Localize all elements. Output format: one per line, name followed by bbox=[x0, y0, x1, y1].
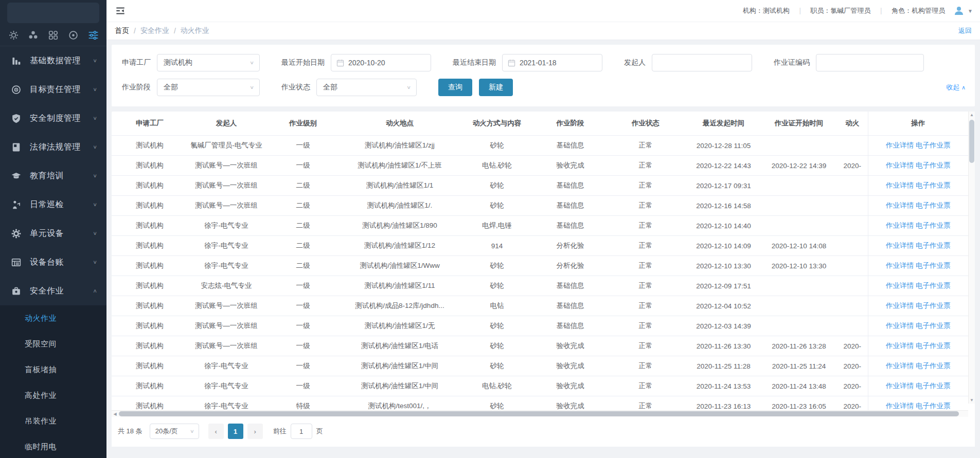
job-detail-link[interactable]: 作业详情 bbox=[886, 242, 914, 249]
sidebar-item-label: 法律法规管理 bbox=[30, 142, 93, 153]
e-ticket-link[interactable]: 电子作业票 bbox=[916, 181, 951, 189]
e-ticket-link[interactable]: 电子作业票 bbox=[916, 262, 951, 269]
sidebar-subitem[interactable]: 受限空间 bbox=[0, 331, 106, 357]
fan-icon[interactable] bbox=[27, 29, 40, 41]
collapse-filters-link[interactable]: 收起 ∧ bbox=[946, 83, 966, 92]
column-header: 动火方式与内容 bbox=[458, 112, 536, 136]
sidebar-item[interactable]: 目标责任管理 ∨ bbox=[0, 75, 106, 104]
e-ticket-link[interactable]: 电子作业票 bbox=[916, 342, 951, 350]
vertical-scrollbar[interactable]: ▲ ▼ bbox=[968, 112, 975, 404]
job-detail-link[interactable]: 作业详情 bbox=[886, 322, 914, 329]
sidebar-item[interactable]: 安全制度管理 ∨ bbox=[0, 104, 106, 133]
sidebar-item[interactable]: 法律法规管理 ∨ bbox=[0, 133, 106, 161]
sidebar-subitem[interactable]: 高处作业 bbox=[0, 382, 106, 408]
e-ticket-link[interactable]: 电子作业票 bbox=[916, 402, 951, 410]
create-button[interactable]: 新建 bbox=[479, 79, 513, 96]
scroll-left-icon[interactable]: ◀ bbox=[112, 412, 118, 416]
sidebar-item[interactable]: 基础数据管理 ∨ bbox=[0, 46, 106, 75]
sidebar-subitem[interactable]: 临时用电 bbox=[0, 434, 106, 458]
grid-icon[interactable] bbox=[47, 29, 60, 41]
collapse-filters-label: 收起 bbox=[946, 83, 959, 91]
gear-icon[interactable] bbox=[7, 29, 20, 41]
stage-select[interactable]: 全部 ∨ bbox=[157, 79, 260, 96]
cert-code-input[interactable] bbox=[816, 54, 924, 71]
start-date-value: 2020-10-20 bbox=[348, 59, 385, 67]
scroll-up-icon[interactable]: ▲ bbox=[969, 112, 975, 118]
factory-select[interactable]: 测试机构 ∨ bbox=[157, 54, 260, 71]
e-ticket-link[interactable]: 电子作业票 bbox=[916, 161, 951, 169]
e-ticket-link[interactable]: 电子作业票 bbox=[916, 322, 951, 329]
status-select[interactable]: 全部 ∨ bbox=[316, 79, 417, 96]
end-date-input[interactable]: 2021-01-18 bbox=[502, 54, 602, 71]
role-label: 角色：机构管理员 bbox=[892, 6, 945, 15]
start-date-input[interactable]: 2020-10-20 bbox=[331, 54, 431, 71]
horizontal-scrollbar-thumb[interactable] bbox=[119, 411, 959, 416]
e-ticket-link[interactable]: 电子作业票 bbox=[916, 382, 951, 390]
cell-truncated bbox=[837, 216, 868, 236]
vertical-scrollbar-thumb[interactable] bbox=[969, 120, 974, 163]
cell-stage: 基础信息 bbox=[536, 276, 605, 296]
job-detail-link[interactable]: 作业详情 bbox=[886, 302, 914, 309]
initiator-input[interactable] bbox=[652, 54, 752, 71]
sidebar-item[interactable]: 设备台账 ∨ bbox=[0, 248, 106, 277]
job-detail-link[interactable]: 作业详情 bbox=[886, 262, 914, 269]
e-ticket-link[interactable]: 电子作业票 bbox=[916, 362, 951, 370]
table-header-row: 申请工厂发起人作业级别动火地点动火方式与内容作业阶段作业状态最近发起时间作业证开… bbox=[112, 112, 968, 136]
collapse-sidebar-icon[interactable] bbox=[115, 5, 126, 16]
radar-icon[interactable] bbox=[67, 29, 79, 41]
job-detail-link[interactable]: 作业详情 bbox=[886, 282, 914, 289]
job-detail-link[interactable]: 作业详情 bbox=[886, 222, 914, 229]
job-detail-link[interactable]: 作业详情 bbox=[886, 141, 914, 149]
e-ticket-link[interactable]: 电子作业票 bbox=[916, 242, 951, 249]
breadcrumb-item[interactable]: 动火作业 bbox=[181, 26, 209, 35]
table-area: 申请工厂发起人作业级别动火地点动火方式与内容作业阶段作业状态最近发起时间作业证开… bbox=[112, 112, 975, 410]
cell-initiator: 测试账号—一次班组 bbox=[188, 156, 265, 176]
job-detail-link[interactable]: 作业详情 bbox=[886, 342, 914, 350]
sidebar-item[interactable]: 教育培训 ∨ bbox=[0, 161, 106, 190]
cell-method: 砂轮 bbox=[458, 196, 536, 216]
horizontal-scrollbar[interactable]: ◀ bbox=[112, 410, 968, 417]
job-detail-link[interactable]: 作业详情 bbox=[886, 402, 914, 410]
search-button[interactable]: 查询 bbox=[438, 79, 472, 96]
e-ticket-link[interactable]: 电子作业票 bbox=[916, 141, 951, 149]
cell-truncated bbox=[837, 316, 868, 336]
sidebar-item[interactable]: 安全作业 ∧ bbox=[0, 277, 106, 305]
next-page-button[interactable]: › bbox=[247, 424, 263, 439]
e-ticket-link[interactable]: 电子作业票 bbox=[916, 201, 951, 209]
cell-method: 电钻 bbox=[458, 296, 536, 316]
sidebar-subitem[interactable]: 动火作业 bbox=[0, 305, 106, 331]
breadcrumb: 首页 / 安全作业 / 动火作业 返回 bbox=[106, 22, 980, 40]
job-detail-link[interactable]: 作业详情 bbox=[886, 362, 914, 370]
e-ticket-link[interactable]: 电子作业票 bbox=[916, 222, 951, 229]
sidebar-subitem[interactable]: 盲板堵抽 bbox=[0, 357, 106, 382]
back-link[interactable]: 返回 bbox=[958, 26, 972, 35]
prev-page-button[interactable]: ‹ bbox=[208, 424, 224, 439]
cell-cert-start: 2020-11-23 16:05 bbox=[761, 396, 837, 411]
cell-factory: 测试机构 bbox=[112, 316, 188, 336]
chevron-down-icon[interactable]: ▼ bbox=[968, 8, 973, 14]
e-ticket-link[interactable]: 电子作业票 bbox=[916, 282, 951, 289]
cell-location: 测试机构/油性罐区1/不上班 bbox=[341, 156, 458, 176]
breadcrumb-item[interactable]: 安全作业 bbox=[140, 26, 169, 35]
job-detail-link[interactable]: 作业详情 bbox=[886, 181, 914, 189]
sliders-icon[interactable] bbox=[87, 29, 99, 41]
cell-location: 测试机构/油性罐区1/无 bbox=[341, 316, 458, 336]
page-size-select[interactable]: 20条/页 ∨ bbox=[150, 424, 199, 439]
page-number-button[interactable]: 1 bbox=[228, 424, 243, 439]
breadcrumb-home[interactable]: 首页 bbox=[115, 26, 129, 35]
e-ticket-link[interactable]: 电子作业票 bbox=[916, 302, 951, 309]
sidebar-item-label: 日常巡检 bbox=[30, 199, 93, 210]
chevron-down-icon: ∨ bbox=[93, 259, 97, 265]
job-detail-link[interactable]: 作业详情 bbox=[886, 201, 914, 209]
job-detail-link[interactable]: 作业详情 bbox=[886, 382, 914, 390]
cell-location: 测试机构/成品8-12库/jdhdh... bbox=[341, 296, 458, 316]
goto-page-input[interactable] bbox=[291, 424, 312, 439]
job-detail-link[interactable]: 作业详情 bbox=[886, 161, 914, 169]
avatar[interactable] bbox=[953, 5, 965, 16]
sidebar-item[interactable]: 单元设备 ∨ bbox=[0, 219, 106, 248]
sidebar-subitem[interactable]: 吊装作业 bbox=[0, 408, 106, 434]
sidebar-item[interactable]: 日常巡检 ∨ bbox=[0, 190, 106, 219]
cell-factory: 测试机构 bbox=[112, 236, 188, 256]
cell-truncated bbox=[837, 176, 868, 196]
scroll-down-icon[interactable]: ▼ bbox=[969, 397, 975, 404]
